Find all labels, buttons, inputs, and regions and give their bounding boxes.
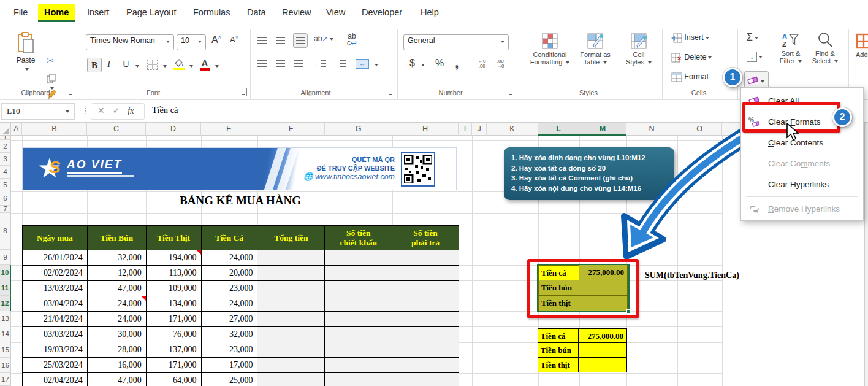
cell-bun[interactable]: 28,000 [88,342,147,358]
increase-indent-button[interactable]: → [333,60,346,68]
cell-ca[interactable]: 32,000 [202,327,258,342]
cell-ck[interactable] [325,373,392,386]
header-ngay-mua[interactable]: Ngày mua [23,226,88,250]
cell-tong[interactable] [257,266,325,281]
increase-font-size-button[interactable]: A˄ [211,34,221,45]
comma-style-button[interactable]: , [455,54,459,71]
row-header-11[interactable]: 11 [0,280,11,296]
tab-home[interactable]: Home [38,4,75,22]
row-header-4[interactable]: 4 [0,166,11,179]
column-header-C[interactable]: C [87,123,146,136]
cell-styles-button[interactable]: CellStyles [620,33,657,66]
row-header-1[interactable]: 1 [0,136,11,140]
font-size-combobox[interactable]: 10 [177,34,206,50]
cell-tong[interactable] [257,358,325,373]
column-header-F[interactable]: F [257,123,325,136]
autosum-button[interactable]: Σ [747,32,758,43]
borders-dropdown[interactable] [163,65,167,68]
cell-tong[interactable] [257,296,325,312]
header-tien-thit[interactable]: Tiền Thịt [147,226,202,250]
cell-date[interactable]: 03/04/2024 [23,296,88,312]
cell-bun[interactable]: 24,000 [88,312,147,327]
cell-tong[interactable] [257,327,325,342]
cell-thit[interactable]: 171,000 [147,312,202,327]
middle-align-button[interactable] [276,37,285,45]
name-box-splitter[interactable]: ⋮ [82,106,89,115]
cell-M16[interactable] [579,358,627,372]
row-header-7[interactable]: 7 [0,206,11,213]
tab-developer[interactable]: Developer [356,4,408,22]
vertical-scrollbar[interactable] [864,123,868,386]
column-header-D[interactable]: D [146,123,201,136]
tab-data[interactable]: Data [241,4,272,22]
paste-button[interactable]: Paste [12,32,39,80]
tab-formulas[interactable]: Formulas [187,4,236,22]
font-color-dropdown[interactable] [215,65,219,68]
cell-thit[interactable]: 134,000 [147,296,202,312]
cell-thit[interactable]: 109,000 [147,281,202,296]
cell-M15[interactable] [579,343,627,358]
column-header-J[interactable]: J [472,123,487,136]
cell-pt[interactable] [392,266,459,281]
cell-ck[interactable] [325,358,392,373]
cell-L15[interactable]: Tiền bún [538,343,579,358]
cell-ca[interactable]: 23,000 [202,342,258,358]
tab-review[interactable]: Review [276,4,318,22]
cell-L14[interactable]: Tiền cá [538,328,579,343]
header-tien-ca[interactable]: Tiền Cá [202,226,258,250]
cell-ca[interactable]: 17,000 [202,358,258,373]
align-right-button[interactable] [294,60,303,69]
sort-filter-button[interactable]: A Z Sort &Filter [777,32,804,64]
decrease-decimal-button[interactable]: .00→0 [497,59,504,69]
cell-bun[interactable]: 12,000 [88,266,147,281]
row-header-10[interactable]: 10 [0,265,11,280]
percent-style-button[interactable]: % [435,58,444,69]
cell-bun[interactable]: 24,000 [88,296,147,312]
cell-bun[interactable]: 47,000 [88,281,147,296]
cell-tong[interactable] [257,373,325,386]
orientation-button[interactable]: ab↗ [314,34,333,43]
cell-date[interactable]: 26/01/2024 [23,250,88,266]
cell-bun[interactable]: 47,000 [88,373,147,386]
accounting-dropdown[interactable] [421,64,425,66]
row-header-12[interactable]: 12 [0,296,11,311]
row-header-13[interactable]: 13 [0,311,11,326]
underline-button[interactable]: U [123,59,129,69]
font-name-combobox[interactable]: Times New Roman [86,34,174,50]
name-box[interactable]: L10 [1,103,75,120]
column-header-I[interactable]: I [459,123,472,136]
borders-button[interactable] [147,60,158,70]
row-header-8[interactable]: 8 [0,213,11,250]
cell-pt[interactable] [392,373,459,386]
column-header-H[interactable]: H [392,123,459,136]
row-header-9[interactable]: 9 [0,250,11,265]
fill-color-dropdown[interactable] [189,65,193,68]
cell-thit[interactable]: 64,000 [147,373,202,386]
cell-bun[interactable]: 32,000 [88,250,147,266]
cell-tong[interactable] [257,281,325,296]
column-header-E[interactable]: E [201,123,257,136]
cell-ck[interactable] [325,296,392,312]
top-align-button[interactable] [257,37,267,45]
alignment-dialog-launcher[interactable] [386,88,394,96]
row-header-5[interactable]: 5 [0,179,11,191]
cell-ca[interactable]: 23,000 [202,281,258,296]
row-header-2[interactable]: 2 [0,140,11,153]
formula-input[interactable]: Tiền cá [152,105,178,115]
cell-ck[interactable] [325,342,392,358]
clipboard-dialog-launcher[interactable] [66,88,74,96]
cell-tong[interactable] [257,342,325,358]
cell-pt[interactable] [392,250,459,266]
cell-ca[interactable]: 27,000 [202,312,258,327]
cell-tong[interactable] [257,312,325,327]
decrease-font-size-button[interactable]: A˅ [230,34,238,44]
cell-ck[interactable] [325,281,392,296]
cell-pt[interactable] [392,358,459,373]
column-header-B[interactable]: B [22,123,87,136]
find-select-button[interactable]: Find &Select [810,32,840,64]
cell-thit[interactable]: 137,000 [147,342,202,358]
number-format-combobox[interactable]: General [403,34,509,50]
cell-pt[interactable] [392,281,459,296]
row-header-15[interactable]: 15 [0,342,11,358]
cut-button[interactable]: ✂ [47,55,55,66]
